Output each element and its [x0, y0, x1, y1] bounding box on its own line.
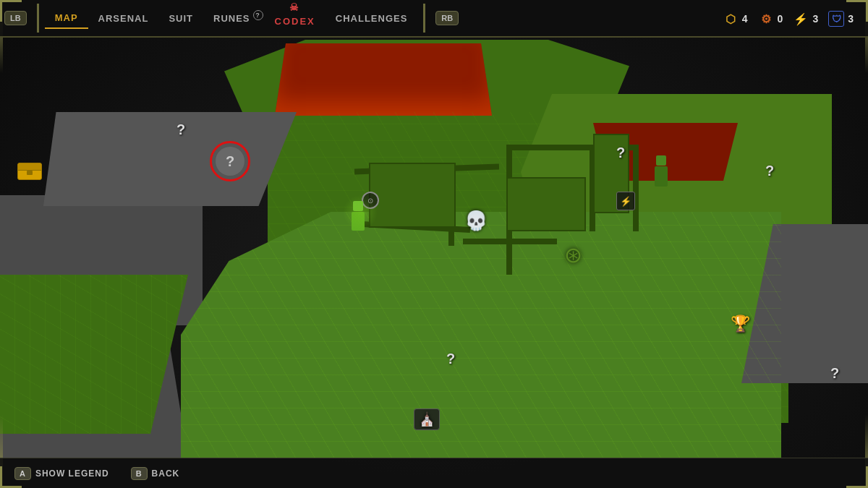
question-mark-5: ?: [830, 365, 839, 382]
runes-question-badge: ?: [253, 10, 263, 20]
room-1: [369, 163, 456, 228]
side-border-left: [0, 0, 3, 488]
side-border-right: [865, 0, 868, 488]
show-legend-button[interactable]: A SHOW LEGEND: [14, 467, 109, 480]
question-mark-1: ?: [176, 121, 185, 138]
b-button-badge: B: [131, 467, 148, 480]
tool-value: 0: [778, 13, 783, 25]
energy-icon: ⚡: [793, 11, 809, 27]
tab-suit[interactable]: SUIT: [158, 9, 203, 28]
left-upper-stone: [43, 112, 297, 206]
question-mark-2: ?: [616, 145, 625, 161]
codex-label: CODEX: [275, 16, 315, 27]
corner-decoration-bl: [0, 466, 22, 488]
back-label: BACK: [152, 468, 180, 479]
back-button[interactable]: B BACK: [131, 467, 180, 480]
power-badge-1: ⚡: [616, 192, 635, 210]
top-navigation-bar: LB MAP ARSENAL SUIT RUNES ? ☠ CODEX CHAL…: [0, 0, 868, 38]
tab-arsenal[interactable]: ARSENAL: [88, 9, 159, 28]
nav-divider: [37, 4, 39, 33]
energy-value: 3: [812, 13, 818, 25]
hud-gold: ⬡ 4: [723, 11, 748, 27]
enemy-green-1: [655, 155, 668, 187]
map-background: ? ? ? ? ? ? ⊙ 💀 ⊛ ⚡ 🏆 ⛪: [0, 0, 868, 488]
trophy-icon: 🏆: [731, 314, 750, 333]
question-mark-3: ?: [765, 163, 774, 179]
tomb-icon: ⛪: [414, 408, 440, 430]
tab-challenges[interactable]: CHALLENGES: [326, 9, 418, 28]
map-wall-9: [506, 224, 512, 275]
player-icon: [352, 201, 365, 231]
corner-decoration-br: [846, 466, 868, 488]
corner-decoration-tl: [0, 0, 22, 22]
orb-enemy: ⊛: [564, 242, 582, 267]
show-legend-label: SHOW LEGEND: [35, 468, 109, 479]
red-circle-marker: ?: [210, 141, 250, 181]
bottom-green-large: [181, 212, 781, 458]
hud-energy: ⚡ 3: [793, 11, 818, 27]
tab-map[interactable]: MAP: [45, 8, 88, 29]
top-lava-glow: [275, 43, 492, 116]
room-2: [506, 177, 586, 231]
nav-divider-right: [423, 4, 425, 33]
question-badge-circled: ?: [216, 147, 244, 176]
bottom-action-bar: A SHOW LEGEND B BACK: [0, 458, 868, 488]
player-glow: [343, 195, 378, 230]
tab-runes[interactable]: RUNES ?: [203, 9, 265, 28]
chest-icon: [17, 163, 42, 180]
rb-button[interactable]: RB: [435, 11, 459, 25]
shield-icon: 🛡: [828, 11, 844, 27]
tab-codex[interactable]: ☠ CODEX: [265, 7, 326, 30]
gold-value: 4: [742, 13, 748, 25]
map-wall-7: [633, 145, 639, 231]
skull-icon-1: 💀: [464, 210, 488, 232]
hud-stats: ⬡ 4 ⚙ 0 ⚡ 3 🛡 3: [723, 0, 854, 38]
corner-decoration-tr: [846, 0, 868, 22]
question-mark-4: ?: [446, 351, 455, 367]
codex-demon-icon: ☠: [289, 1, 300, 13]
tool-icon: ⚙: [758, 11, 774, 27]
hud-tool: ⚙ 0: [758, 11, 783, 27]
gold-icon: ⬡: [723, 11, 739, 27]
